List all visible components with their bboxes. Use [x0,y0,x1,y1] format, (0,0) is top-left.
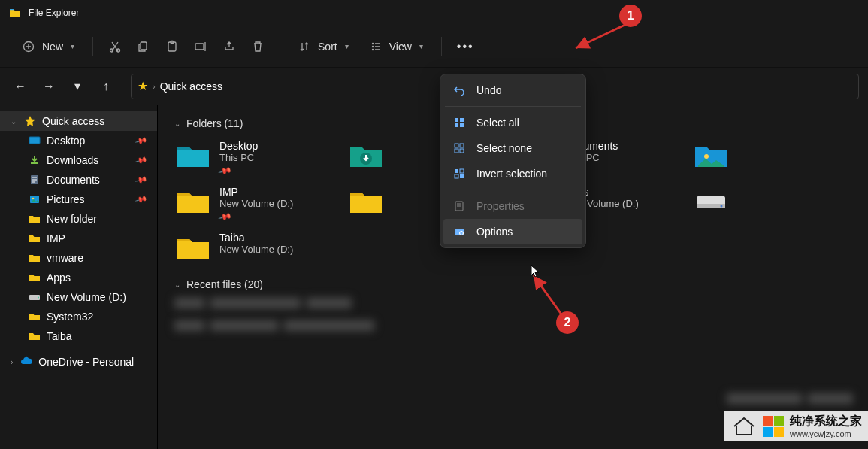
recent-locations-button[interactable]: ▾ [66,75,89,98]
svg-rect-29 [455,149,458,153]
share-button[interactable] [216,35,242,58]
delete-button[interactable] [245,35,271,58]
new-button[interactable]: New ▾ [14,36,83,57]
toolbar: New ▾ Sort ▾ View ▾ ••• [0,26,868,68]
view-label: View [389,41,412,53]
item-name: IMP [219,186,293,198]
sort-button[interactable]: Sort ▾ [289,36,358,57]
svg-point-22 [721,205,723,208]
doc-icon [29,174,41,186]
more-button[interactable]: ••• [451,35,480,58]
chevron-right-icon: › [11,358,13,366]
folder-big-icon [349,186,383,214]
pin-icon: 📌 [218,163,233,178]
menu-item-select all[interactable]: Select all [443,110,582,135]
sidebar-item-label: OneDrive - Personal [38,356,134,368]
paste-button[interactable] [159,35,185,58]
drive-icon [29,291,41,303]
menu-item-invert selection[interactable]: Invert selection [443,161,582,187]
menu-item-options[interactable]: Options [443,219,582,244]
menu-item-label: Properties [476,200,525,212]
forward-button[interactable]: → [38,75,60,98]
download-big-icon [349,140,383,168]
cloud-icon [20,356,32,368]
sidebar-item[interactable]: Documents 📌 [0,170,157,190]
select-all-icon [452,116,466,129]
item-sub: New Volume (D:) [219,244,293,255]
svg-rect-30 [460,149,464,153]
sidebar-onedrive[interactable]: › OneDrive - Personal [0,352,157,372]
svg-rect-26 [460,123,464,127]
svg-rect-31 [455,169,458,173]
svg-rect-25 [455,123,458,127]
sidebar-item[interactable]: New folder [0,209,157,229]
menu-item-label: Invert selection [476,168,547,180]
view-button[interactable]: View ▾ [361,36,432,57]
windows-logo-icon [763,416,784,437]
chevron-down-icon: ⌄ [174,281,180,289]
recent-section-head[interactable]: ⌄ Recent files (20) [174,278,851,290]
svg-point-9 [372,48,374,50]
props-icon [452,199,466,213]
folder-icon [29,232,41,244]
sidebar-item[interactable]: New Volume (D:) [0,287,157,307]
svg-rect-24 [460,118,464,122]
back-button[interactable]: ← [9,75,32,98]
watermark-url: www.ycwjzy.com [790,429,862,438]
window-title: File Explorer [29,8,79,18]
svg-rect-34 [460,174,464,178]
sidebar-item[interactable]: Pictures 📌 [0,190,157,209]
svg-point-7 [372,42,374,44]
section-label: Folders (11) [186,117,243,129]
sidebar-item[interactable]: Apps [0,268,157,287]
menu-item-undo[interactable]: Undo [443,77,582,103]
watermark-title: 纯净系统之家 [790,414,862,427]
folder-item[interactable]: Taiba New Volume (D:) [174,229,334,263]
main: ⌄ Quick access Desktop 📌 Downloads 📌 Doc… [0,105,868,449]
chevron-down-icon: ▾ [71,42,74,50]
folder-icon [29,213,41,225]
recent-blurred [174,320,851,331]
context-menu: Undo Select all Select none Invert selec… [440,74,586,248]
download-icon [29,154,41,166]
svg-rect-6 [195,44,204,50]
cut-button[interactable] [102,35,128,58]
sidebar-item[interactable]: IMP [0,229,157,248]
up-button[interactable]: ↑ [95,75,117,98]
sidebar-item-label: New folder [47,213,97,225]
menu-item-label: Undo [476,84,501,96]
item-name: Desktop [219,140,258,152]
rename-button[interactable] [188,35,213,58]
desktop-icon [29,135,41,147]
svg-point-8 [372,45,374,47]
title-bar: File Explorer [0,0,868,26]
recent-blurred [174,298,851,308]
sidebar-item-label: System32 [47,311,93,323]
sidebar-item-label: Pictures [47,193,85,205]
menu-item-properties: Properties [443,193,582,219]
separator [280,37,280,56]
sidebar-item[interactable]: Downloads 📌 [0,150,157,170]
sidebar-item[interactable]: Desktop 📌 [0,131,157,150]
copy-button[interactable] [131,35,156,58]
sidebar-item[interactable]: vmware [0,248,157,268]
folder-item[interactable] [692,137,851,180]
breadcrumb[interactable]: Quick access [160,80,222,93]
folder-item[interactable] [692,183,851,226]
folder-item[interactable]: IMP New Volume (D:) 📌 [174,183,334,226]
sidebar-item[interactable]: Taiba [0,326,157,346]
svg-rect-33 [455,174,458,178]
folder-item[interactable]: Desktop This PC 📌 [174,137,334,180]
sidebar-quick-access[interactable]: ⌄ Quick access [0,111,157,131]
menu-item-label: Options [476,226,513,238]
select-none-icon [452,141,466,155]
separator [441,37,442,56]
svg-rect-28 [460,144,464,147]
section-label: Recent files (20) [186,278,263,290]
svg-point-1 [110,49,113,52]
menu-item-select none[interactable]: Select none [443,135,582,161]
menu-item-label: Select none [476,142,532,154]
svg-point-16 [38,297,39,299]
folder-icon [29,311,41,323]
sidebar-item[interactable]: System32 [0,307,157,326]
